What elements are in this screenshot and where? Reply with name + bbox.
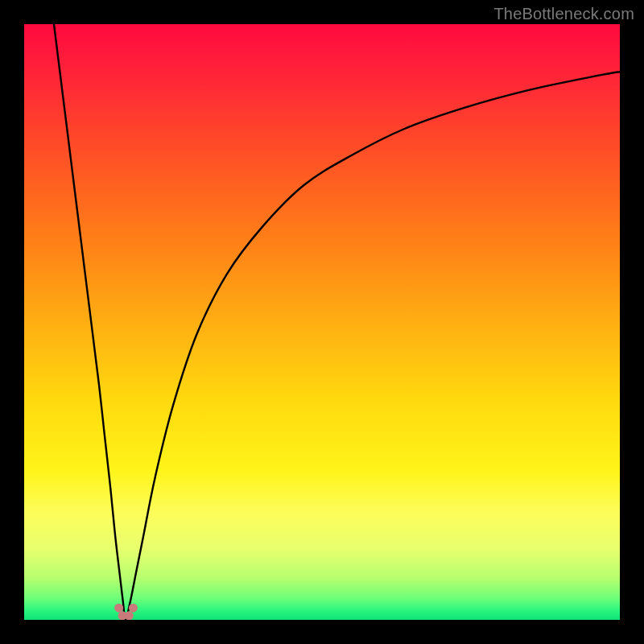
optimum-marker	[129, 604, 138, 613]
bottleneck-curve	[24, 24, 620, 620]
plot-area	[24, 24, 620, 620]
optimum-marker	[125, 611, 134, 620]
optimum-marker	[114, 604, 123, 613]
outer-frame: TheBottleneck.com	[0, 0, 644, 644]
watermark-text: TheBottleneck.com	[493, 5, 634, 23]
